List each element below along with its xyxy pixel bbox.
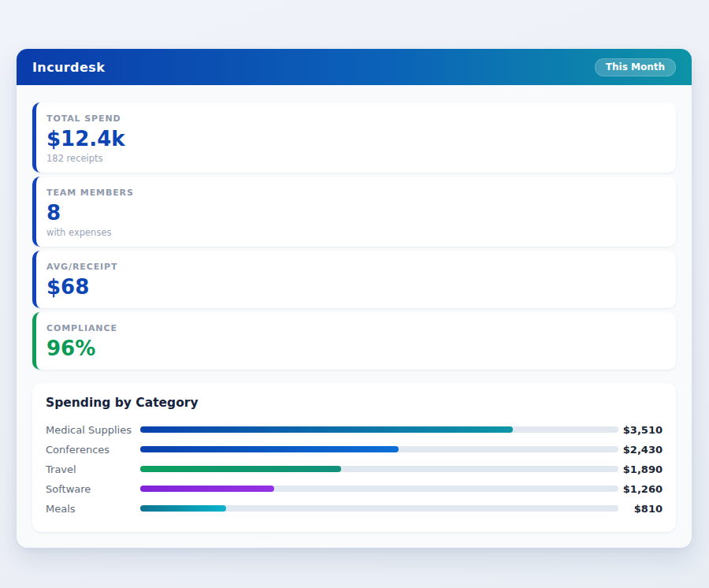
category-value: $2,430 xyxy=(618,444,663,456)
dashboard-content: TOTAL SPEND $12.4k 182 receipts TEAM MEM… xyxy=(17,85,692,548)
category-row-meals: Meals $810 xyxy=(46,499,663,519)
category-row-software: Software $1,260 xyxy=(46,479,663,499)
stat-value: $12.4k xyxy=(46,128,663,151)
stat-value: $68 xyxy=(46,276,663,300)
category-row-travel: Travel $1,890 xyxy=(46,460,663,479)
category-row-conferences: Conferences $2,430 xyxy=(46,440,663,460)
category-label: Software xyxy=(46,483,140,495)
bar-fill xyxy=(140,446,399,452)
stat-subtitle: 182 receipts xyxy=(46,153,663,164)
bar-fill xyxy=(140,426,513,433)
category-label: Travel xyxy=(46,463,140,475)
bar-fill xyxy=(140,505,226,512)
spending-by-category-card: Spending by Category Medical Supplies $3… xyxy=(32,383,676,532)
stat-label: TOTAL SPEND xyxy=(46,114,663,124)
bar-track xyxy=(140,446,618,452)
bar-track xyxy=(140,486,618,492)
category-value: $1,260 xyxy=(618,483,663,495)
category-value: $810 xyxy=(618,503,663,515)
category-label: Meals xyxy=(46,503,140,515)
category-label: Medical Supplies xyxy=(46,424,140,436)
stat-subtitle: with expenses xyxy=(46,227,663,238)
stat-label: COMPLIANCE xyxy=(46,323,663,333)
bar-track xyxy=(140,466,618,472)
bar-track xyxy=(140,426,618,433)
category-label: Conferences xyxy=(46,444,140,456)
stat-card-team-members: TEAM MEMBERS 8 with expenses xyxy=(32,177,676,247)
stat-value: 96% xyxy=(46,337,663,361)
stat-label: AVG/RECEIPT xyxy=(46,262,663,272)
stat-card-avg-receipt: AVG/RECEIPT $68 xyxy=(32,251,676,308)
stat-value: 8 xyxy=(46,202,663,225)
section-title: Spending by Category xyxy=(46,396,663,410)
app-title: Incurdesk xyxy=(32,60,105,75)
stat-card-compliance: COMPLIANCE 96% xyxy=(32,312,676,370)
app-header: Incurdesk This Month xyxy=(17,49,692,85)
stat-label: TEAM MEMBERS xyxy=(46,188,663,198)
bar-fill xyxy=(140,486,274,492)
category-row-medical-supplies: Medical Supplies $3,510 xyxy=(46,420,663,440)
bar-track xyxy=(140,505,618,512)
bar-fill xyxy=(140,466,341,472)
period-badge[interactable]: This Month xyxy=(595,58,676,76)
stat-card-total-spend: TOTAL SPEND $12.4k 182 receipts xyxy=(32,102,676,173)
category-value: $1,890 xyxy=(618,463,663,475)
app-container: Incurdesk This Month TOTAL SPEND $12.4k … xyxy=(17,49,692,548)
category-value: $3,510 xyxy=(618,424,663,436)
